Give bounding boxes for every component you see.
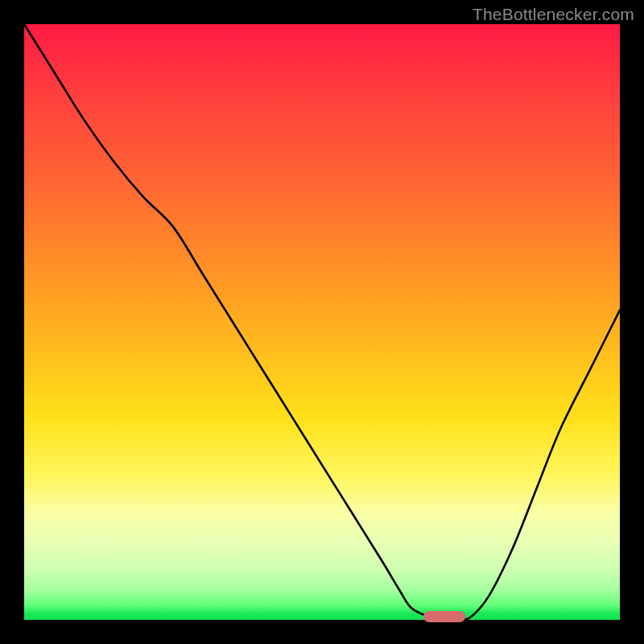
attribution-text: TheBottlenecker.com: [473, 5, 634, 24]
bottleneck-curve: [24, 24, 620, 620]
optimum-marker: [423, 611, 465, 622]
plot-area: [24, 24, 620, 620]
chart-frame: TheBottlenecker.com: [0, 0, 644, 644]
